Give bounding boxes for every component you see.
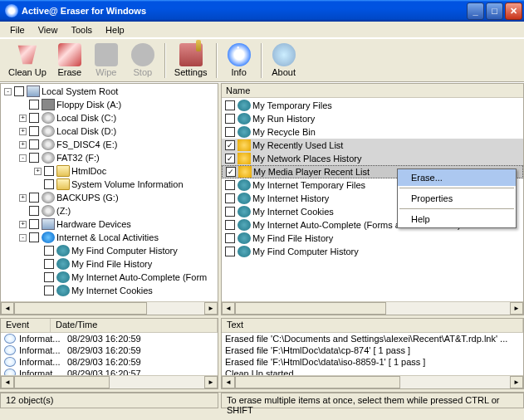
- checkbox[interactable]: [29, 126, 39, 136]
- list-row[interactable]: My Network Places History: [222, 152, 523, 165]
- log-datetime: 08/29/03 16:20:57: [67, 369, 141, 375]
- log-header-text[interactable]: Text: [222, 319, 523, 332]
- log-row[interactable]: Erased file 'F:\HtmlDoc\data\cp-874' [ 1…: [222, 344, 523, 356]
- checkbox[interactable]: [44, 259, 54, 269]
- checkbox[interactable]: [44, 246, 54, 256]
- close-button[interactable]: ✕: [505, 2, 522, 20]
- tree-node[interactable]: +Hardware Devices: [1, 217, 218, 231]
- info-button[interactable]: Info: [221, 42, 257, 79]
- maximize-button[interactable]: □: [486, 2, 503, 20]
- checkbox[interactable]: [29, 219, 39, 229]
- log-row[interactable]: Erased file 'F:\HtmlDoc\data\iso-8859-1'…: [222, 356, 523, 368]
- checkbox[interactable]: [29, 206, 39, 216]
- tree-node[interactable]: +FS_DISC4 (E:): [1, 138, 218, 151]
- ctx-erase[interactable]: Erase...: [398, 169, 516, 186]
- checkbox[interactable]: [225, 154, 235, 164]
- menu-file[interactable]: File: [3, 23, 32, 37]
- cleanup-button[interactable]: Clean Up: [3, 42, 51, 79]
- tree-node[interactable]: My Find File History: [1, 257, 218, 271]
- wipe-button[interactable]: Wipe: [88, 42, 125, 79]
- checkbox[interactable]: [226, 167, 236, 177]
- checkbox[interactable]: [225, 207, 235, 217]
- erase-button[interactable]: Erase: [51, 42, 88, 79]
- list-row[interactable]: My Recycle Bin: [222, 125, 523, 139]
- log-header-event[interactable]: Event: [1, 319, 51, 332]
- tree-node[interactable]: My Internet Auto-Complete (Form: [1, 271, 218, 284]
- scrollbar-horizontal[interactable]: ◄►: [222, 375, 523, 388]
- tree-node[interactable]: (Z:): [1, 204, 218, 217]
- checkbox[interactable]: [44, 179, 54, 189]
- checkbox[interactable]: [29, 153, 39, 163]
- tree-node[interactable]: My Internet Cookies: [1, 284, 218, 297]
- tree-node[interactable]: +Local Disk (D:): [1, 125, 218, 138]
- tree-node[interactable]: +BACKUPS (G:): [1, 191, 218, 204]
- expand-toggle[interactable]: -: [19, 234, 27, 242]
- ctx-properties[interactable]: Properties: [398, 190, 516, 207]
- checkbox[interactable]: [29, 139, 39, 149]
- tree-node[interactable]: -Internet & Local Activities: [1, 231, 218, 244]
- settings-button[interactable]: Settings: [169, 42, 213, 79]
- tree-node[interactable]: -FAT32 (F:): [1, 151, 218, 164]
- about-button[interactable]: About: [266, 42, 302, 79]
- expand-toggle[interactable]: +: [19, 141, 27, 149]
- list-row[interactable]: My Temporary Files: [222, 99, 523, 112]
- log-row[interactable]: Informat...08/29/03 16:20:57: [1, 368, 218, 375]
- expand-toggle[interactable]: -: [4, 88, 12, 95]
- ctx-help[interactable]: Help: [398, 211, 516, 227]
- log-row[interactable]: Informat...08/29/03 16:20:59: [1, 356, 218, 368]
- list-row[interactable]: My Find File History: [222, 232, 523, 245]
- tree-node[interactable]: +HtmlDoc: [1, 164, 218, 178]
- checkbox[interactable]: [44, 166, 54, 176]
- checkbox[interactable]: [29, 232, 39, 242]
- tree-label: My Internet Auto-Complete (Form: [71, 272, 207, 282]
- list-header-name[interactable]: Name: [222, 84, 523, 98]
- expand-toggle[interactable]: +: [19, 128, 27, 135]
- folder-tree[interactable]: -Local System RootFloppy Disk (A:)+Local…: [1, 84, 218, 301]
- checkbox[interactable]: [29, 193, 39, 203]
- checkbox[interactable]: [44, 272, 54, 282]
- scrollbar-horizontal[interactable]: ◄►: [222, 301, 523, 315]
- log-row[interactable]: Informat...08/29/03 16:20:59: [1, 344, 218, 356]
- checkbox[interactable]: [29, 113, 39, 123]
- separator: [216, 43, 218, 78]
- scrollbar-horizontal[interactable]: ◄►: [1, 375, 218, 388]
- tree-node[interactable]: My Find Computer History: [1, 244, 218, 257]
- tree-node[interactable]: Floppy Disk (A:): [1, 98, 218, 111]
- stop-button[interactable]: Stop: [125, 42, 161, 79]
- list-row[interactable]: My Find Computer History: [222, 245, 523, 258]
- log-row[interactable]: Clean Up started...: [222, 368, 523, 375]
- checkbox[interactable]: [29, 100, 39, 110]
- checkbox[interactable]: [225, 100, 235, 110]
- expand-toggle[interactable]: +: [19, 221, 27, 228]
- menu-help[interactable]: Help: [99, 23, 131, 37]
- stop-icon: [131, 43, 154, 66]
- checkbox[interactable]: [225, 180, 235, 190]
- list-row[interactable]: My Run History: [222, 112, 523, 125]
- checkbox[interactable]: [225, 127, 235, 137]
- checkbox[interactable]: [225, 233, 235, 243]
- checkbox[interactable]: [14, 86, 24, 96]
- checkbox[interactable]: [44, 286, 54, 295]
- expand-toggle[interactable]: +: [19, 194, 27, 202]
- list-row[interactable]: My Recently Used List: [222, 139, 523, 152]
- log-right-list[interactable]: Erased file 'C:\Documents and Settings\a…: [222, 333, 523, 375]
- expand-toggle[interactable]: +: [34, 168, 42, 175]
- checkbox[interactable]: [225, 140, 235, 150]
- log-row[interactable]: Erased file 'C:\Documents and Settings\a…: [222, 333, 523, 344]
- minimize-button[interactable]: _: [467, 2, 484, 20]
- tree-node[interactable]: -Local System Root: [1, 85, 218, 98]
- checkbox[interactable]: [225, 247, 235, 256]
- log-header-datetime[interactable]: Date/Time: [51, 319, 218, 332]
- checkbox[interactable]: [225, 220, 235, 230]
- scrollbar-horizontal[interactable]: ◄►: [1, 301, 218, 315]
- menu-view[interactable]: View: [32, 23, 65, 37]
- log-row[interactable]: Informat...08/29/03 16:20:59: [1, 333, 218, 344]
- tree-node[interactable]: +Local Disk (C:): [1, 111, 218, 125]
- expand-toggle[interactable]: -: [19, 154, 27, 162]
- menu-tools[interactable]: Tools: [64, 23, 99, 37]
- checkbox[interactable]: [225, 193, 235, 203]
- expand-toggle[interactable]: +: [19, 115, 27, 122]
- checkbox[interactable]: [225, 114, 235, 124]
- tree-node[interactable]: System Volume Information: [1, 178, 218, 191]
- log-left-list[interactable]: Informat...08/29/03 16:20:59Informat...0…: [1, 333, 218, 375]
